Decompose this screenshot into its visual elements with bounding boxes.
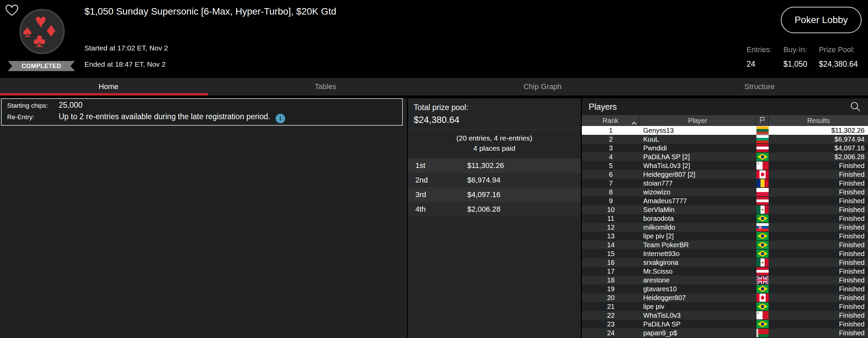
favorite-heart-icon[interactable] (5, 4, 19, 18)
tab-label: Structure (744, 82, 774, 91)
player-rank: 13 (582, 232, 640, 240)
player-row[interactable]: 4 PaDiLhA SP [2] $2,006.28 (582, 152, 868, 161)
player-name: gtavares10 (640, 285, 756, 293)
player-row[interactable]: 13 lipe piv [2] Finished (582, 232, 868, 240)
player-rank: 8 (582, 188, 640, 196)
player-result: Finished (769, 215, 868, 223)
stat-value: $24,380.64 (819, 60, 858, 69)
sort-ascending-icon (631, 119, 637, 127)
player-flag-icon (756, 258, 769, 267)
player-row[interactable]: 8 wizowizo Finished (582, 188, 868, 196)
player-row[interactable]: 15 Internett93o Finished (582, 249, 868, 258)
player-flag-icon (756, 179, 769, 187)
player-flag-icon (756, 329, 769, 337)
header: ♥ ♠ ♦ ♣ COMPLETED $1,050 Sunday Superson… (0, 0, 868, 78)
header-stat: Entries: 24 (747, 45, 772, 69)
diamond-suit-icon: ♦ (46, 20, 56, 40)
player-name: Internett93o (640, 250, 756, 258)
flag-column-header[interactable] (756, 115, 769, 126)
players-table-header: Rank Player Results (582, 115, 868, 126)
payout-row: 3rd $4,097.16 (408, 187, 581, 202)
player-row[interactable]: 19 gtavares10 Finished (582, 284, 868, 293)
flag-outline-icon (758, 116, 766, 125)
player-row[interactable]: 10 SerVlaMin Finished (582, 205, 868, 214)
player-rank: 16 (582, 259, 640, 267)
player-flag-icon (756, 188, 769, 196)
player-result: Finished (769, 329, 868, 337)
player-rank: 14 (582, 241, 640, 249)
player-row[interactable]: 7 stoian777 Finished (582, 179, 868, 188)
tab[interactable]: Chip Graph (434, 78, 651, 96)
player-rank: 1 (582, 127, 640, 134)
player-row[interactable]: 20 Heidegger807 Finished (582, 293, 868, 302)
rank-column-header[interactable]: Rank (582, 115, 640, 126)
player-rank: 3 (582, 144, 640, 152)
tab-label: Home (99, 82, 119, 91)
player-row[interactable]: 9 Amadeus7777 Finished (582, 196, 868, 205)
payout-amount: $11,302.26 (467, 161, 504, 170)
player-row[interactable]: 23 PaDiLhA SP Finished (582, 320, 868, 329)
player-flag-icon (756, 153, 769, 161)
heart-suit-icon: ♥ (35, 11, 46, 31)
player-row[interactable]: 11 boraodota Finished (582, 214, 868, 223)
player-row[interactable]: 22 WhaTisL0v3 Finished (582, 311, 868, 320)
player-column-header[interactable]: Player (640, 115, 756, 126)
header-stats: Entries: 24 Buy-In: $1,050 Prize Pool: $… (747, 45, 858, 69)
header-stat: Prize Pool: $24,380.64 (819, 45, 858, 69)
player-flag-icon (756, 320, 769, 328)
prize-total-label: Total prize pool: (414, 103, 581, 112)
player-name: arestone (640, 276, 756, 284)
player-row[interactable]: 3 Pwndidi $4,097.16 (582, 144, 868, 152)
player-flag-icon (756, 144, 769, 152)
tab[interactable]: Home (0, 78, 217, 96)
tab-label: Chip Graph (524, 82, 562, 91)
header-stat: Buy-In: $1,050 (784, 45, 807, 69)
player-rank: 5 (582, 162, 640, 170)
poker-lobby-button[interactable]: Poker Lobby (781, 7, 862, 33)
stat-label: Entries: (747, 45, 772, 54)
player-rank: 19 (582, 285, 640, 293)
player-flag-icon (756, 197, 769, 205)
player-row[interactable]: 6 Heidegger807 [2] Finished (582, 170, 868, 179)
stat-value: $1,050 (784, 60, 807, 69)
player-row[interactable]: 21 lipe piv Finished (582, 302, 868, 311)
player-row[interactable]: 17 Mr.Scisso Finished (582, 267, 868, 276)
player-name: Pwndidi (640, 144, 756, 152)
info-circle-icon[interactable] (276, 114, 285, 123)
results-column-header[interactable]: Results (769, 115, 868, 126)
player-row[interactable]: 2 KuuL $6,974.94 (582, 135, 868, 144)
player-result: Finished (769, 197, 868, 205)
player-row[interactable]: 14 Team PokerBR Finished (582, 240, 868, 249)
player-rank: 18 (582, 276, 640, 284)
player-result: Finished (769, 320, 868, 328)
player-row[interactable]: 12 milkomildo Finished (582, 223, 868, 232)
player-name: Heidegger807 [2] (640, 171, 756, 178)
players-panel: Players Rank Player (582, 98, 868, 338)
started-text: Started at 17:02 ET, Nov 2 (84, 44, 168, 52)
player-name: Heidegger807 (640, 294, 756, 302)
player-result: Finished (769, 224, 868, 231)
player-rank: 20 (582, 294, 640, 302)
stat-value: 24 (747, 60, 772, 69)
player-flag-icon (756, 311, 769, 319)
payout-amount: $6,974.94 (467, 176, 500, 185)
player-result: Finished (769, 241, 868, 249)
search-icon[interactable] (850, 101, 861, 112)
payout-place: 4th (408, 205, 467, 214)
club-suit-icon: ♣ (33, 31, 46, 50)
payout-table: 1st $11,302.26 2nd $6,974.94 3rd $4,097.… (408, 158, 581, 216)
player-row[interactable]: 1 Genyss13 $11,302.26 (582, 126, 868, 135)
tab[interactable]: Tables (217, 78, 434, 96)
tab[interactable]: Structure (651, 78, 868, 96)
player-row[interactable]: 18 arestone Finished (582, 276, 868, 284)
status-ribbon: COMPLETED (8, 61, 75, 71)
player-name: WhaTisL0v3 (640, 312, 756, 319)
player-row[interactable]: 24 papan9_p$ Finished (582, 329, 868, 337)
player-result: $11,302.26 (769, 127, 868, 134)
places-paid-line: 4 places paid (408, 143, 581, 153)
player-rank: 9 (582, 197, 640, 205)
player-result: Finished (769, 285, 868, 293)
player-result: Finished (769, 294, 868, 302)
player-row[interactable]: 5 WhaTisL0v3 [2] Finished (582, 161, 868, 170)
player-row[interactable]: 16 srxakgirona Finished (582, 258, 868, 267)
